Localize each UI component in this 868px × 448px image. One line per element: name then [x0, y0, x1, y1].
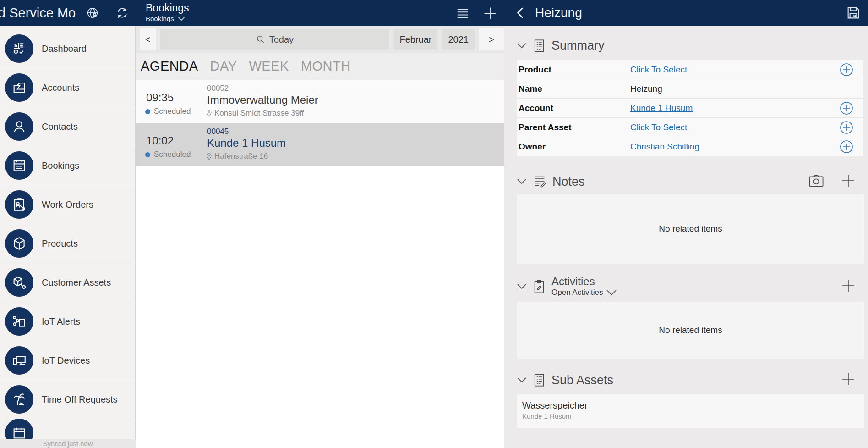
field-label: Parent Asset [519, 122, 630, 133]
chevron-down-icon [517, 377, 527, 383]
add-activity-icon[interactable] [841, 279, 855, 294]
view-title: Bookings [146, 2, 189, 14]
agenda-date-nav: < Today Februar 2021 > [136, 26, 504, 53]
field-label: Product [519, 65, 630, 75]
sidebar-item-contacts[interactable]: Contacts [0, 107, 135, 146]
chevron-down-icon [517, 283, 527, 290]
notes-empty-state: No related items [517, 194, 864, 264]
sub-asset-account: Kunde 1 Husum [522, 412, 864, 420]
add-sub-asset-icon[interactable] [841, 372, 855, 388]
add-circle-icon[interactable] [840, 121, 853, 134]
sub-assets-section-header[interactable]: Sub Assets [504, 372, 868, 388]
tab-month[interactable]: MONTH [301, 59, 351, 74]
activities-filter[interactable]: Open Activities [551, 288, 617, 297]
tab-agenda[interactable]: AGENDA [141, 59, 198, 74]
agenda-panel: < Today Februar 2021 > AGENDA DAY WEEK M… [136, 26, 504, 448]
add-circle-icon[interactable] [840, 63, 853, 77]
customer-assets-icon [5, 268, 33, 297]
globe-icon[interactable] [86, 6, 99, 20]
add-circle-icon[interactable] [840, 101, 853, 115]
notes-section-header[interactable]: Notes [504, 174, 868, 189]
top-app-bar: d Service Mo Bookings Bookings [0, 0, 868, 26]
year-button[interactable]: 2021 [442, 29, 475, 50]
sub-asset-list-item[interactable]: Wasserspeicher Kunde 1 Husum [517, 394, 864, 428]
detail-page-title: Heizung [535, 0, 582, 26]
add-icon[interactable] [483, 6, 497, 20]
status-dot-icon [145, 152, 150, 157]
sidebar-item-label: Accounts [42, 83, 79, 93]
booking-status: Scheduled [145, 150, 191, 159]
sub-asset-name: Wasserspeicher [522, 400, 864, 411]
list-view-icon[interactable] [456, 6, 469, 20]
booking-time: 09:35 [146, 91, 174, 104]
back-icon[interactable] [515, 7, 527, 19]
accounts-icon [5, 73, 33, 102]
next-period-button[interactable]: > [479, 28, 504, 50]
booking-number: 00052 [207, 84, 229, 93]
field-row-parent-asset: Parent Asset Click To Select [517, 118, 863, 137]
section-title: Sub Assets [551, 373, 613, 387]
work-orders-icon [5, 190, 33, 219]
sidebar-item-bookings[interactable]: Bookings [0, 146, 135, 185]
sidebar-item-work-orders[interactable]: Work Orders [0, 185, 135, 224]
field-label: Owner [519, 142, 630, 152]
month-button[interactable]: Februar [393, 29, 437, 50]
view-selector-label: Bookings [146, 15, 174, 22]
booking-row[interactable]: 09:35 Scheduled 00052 Immoverwaltung Mei… [136, 80, 504, 123]
sidebar-item-label: IoT Devices [42, 355, 90, 366]
activities-empty-state: No related items [517, 302, 864, 359]
date-search-input[interactable]: Today [160, 29, 389, 50]
sidebar-item-label: Contacts [42, 122, 78, 132]
sidebar-item-label: Time Off Requests [42, 394, 118, 405]
camera-icon[interactable] [808, 174, 824, 189]
field-label: Account [519, 103, 630, 113]
sub-assets-icon [533, 373, 546, 387]
booking-time: 10:02 [146, 134, 174, 147]
field-row-name: Name Heizung [517, 79, 863, 99]
field-value-link[interactable]: Click To Select [630, 122, 687, 133]
sidebar-item-iot-alerts[interactable]: IoT Alerts [0, 302, 135, 341]
date-search-value: Today [269, 34, 294, 45]
products-icon [5, 229, 33, 258]
sidebar-item-customer-assets[interactable]: Customer Assets [0, 263, 135, 302]
sidebar-item-label: Products [42, 238, 78, 249]
dashboard-icon [5, 34, 33, 63]
prev-period-button[interactable]: < [140, 28, 156, 50]
sidebar-item-label: Customer Assets [42, 277, 111, 288]
view-title-group[interactable]: Bookings Bookings [146, 2, 189, 22]
add-note-icon[interactable] [841, 174, 855, 189]
sidebar-nav: Dashboard Accounts Contacts Bookings [0, 26, 136, 448]
booking-number: 00045 [207, 127, 229, 136]
sidebar-item-accounts[interactable]: Accounts [0, 68, 135, 107]
save-icon[interactable] [846, 6, 861, 20]
bookings-icon [5, 151, 33, 180]
section-title: Notes [552, 175, 585, 189]
booking-row-selected[interactable]: 10:02 Scheduled 00045 Kunde 1 Husum Hafe… [136, 123, 504, 166]
sidebar-item-products[interactable]: Products [0, 224, 135, 263]
summary-section-header[interactable]: Summary [504, 39, 868, 53]
tab-day[interactable]: DAY [210, 59, 237, 74]
section-title: Activities [551, 276, 617, 287]
booking-name: Immoverwaltung Meier [207, 94, 318, 106]
map-pin-icon [206, 110, 212, 117]
chevron-down-icon [606, 290, 617, 296]
field-value-link[interactable]: Kunde 1 Husum [630, 103, 693, 113]
sidebar-item-label: Dashboard [42, 44, 87, 54]
field-value-link[interactable]: Click To Select [630, 65, 687, 75]
sidebar-item-dashboard[interactable]: Dashboard [0, 29, 135, 68]
time-off-icon [5, 385, 33, 414]
booking-address: Hafenstraße 16 [206, 152, 268, 161]
notes-icon [533, 175, 546, 188]
field-value[interactable]: Heizung [630, 84, 662, 94]
activities-section-header[interactable]: Activities Open Activities [504, 276, 868, 297]
add-circle-icon[interactable] [840, 140, 853, 154]
field-label: Name [519, 84, 630, 94]
sidebar-item-iot-devices[interactable]: IoT Devices [0, 341, 135, 380]
status-dot-icon [145, 109, 150, 114]
iot-alerts-icon [5, 307, 33, 336]
field-value-link[interactable]: Christian Schilling [630, 142, 699, 152]
sidebar-item-time-off-requests[interactable]: Time Off Requests [0, 380, 135, 419]
tab-week[interactable]: WEEK [249, 59, 289, 74]
search-icon [256, 35, 265, 44]
refresh-icon[interactable] [115, 6, 129, 20]
